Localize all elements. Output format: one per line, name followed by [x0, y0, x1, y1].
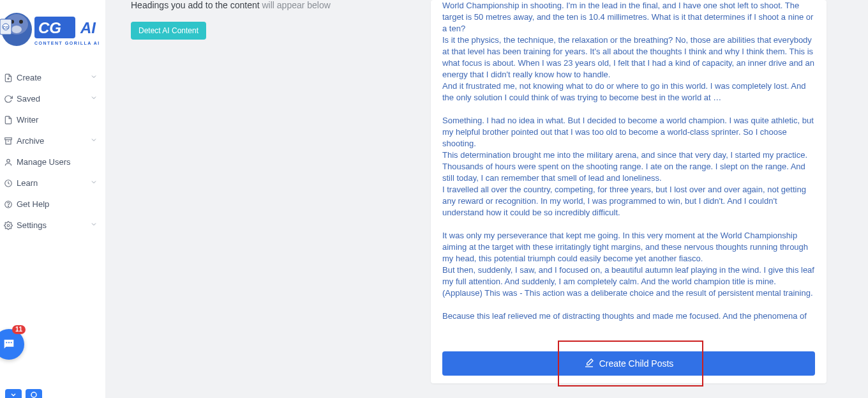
- nav-label: Settings: [17, 220, 90, 230]
- editor-paragraph[interactable]: Something. I had no idea in what. But I …: [442, 115, 815, 149]
- nav-label: Create: [17, 73, 90, 82]
- bottom-action-2[interactable]: [26, 389, 42, 398]
- nav-label: Writer: [17, 115, 98, 125]
- nav-settings[interactable]: Settings: [0, 215, 105, 236]
- svg-text:CG: CG: [3, 26, 9, 29]
- left-panel: Headings you add to the content will app…: [131, 0, 437, 40]
- create-button-row: Create Child Posts: [442, 351, 815, 376]
- svg-point-3: [19, 20, 23, 24]
- chevron-down-icon: [90, 136, 98, 146]
- chevron-down-icon: [90, 220, 98, 230]
- chevron-down-icon: [90, 178, 98, 188]
- editor-scroll[interactable]: World Championship in shooting. I'm in t…: [431, 0, 827, 339]
- editor-paragraph[interactable]: But then, suddenly, I saw, and I focused…: [442, 264, 815, 299]
- nav-writer[interactable]: Writer: [0, 109, 105, 130]
- nav-label: Saved: [17, 94, 90, 103]
- nav-create[interactable]: Create: [0, 67, 105, 88]
- gorilla-logo: CG CG AI CONTENT GORILLA AI: [0, 5, 100, 55]
- archive-icon: [4, 137, 13, 146]
- svg-point-13: [7, 159, 10, 162]
- user-icon: [4, 158, 13, 167]
- chevron-down-icon: [90, 94, 98, 103]
- bottom-action-bar: [5, 389, 42, 398]
- nav: Create Saved Writer Archive: [0, 54, 105, 236]
- brand-logo: CG CG AI CONTENT GORILLA AI: [0, 0, 105, 54]
- svg-rect-19: [8, 342, 10, 343]
- nav-label: Archive: [17, 136, 90, 146]
- svg-rect-18: [6, 342, 7, 343]
- nav-archive[interactable]: Archive: [0, 130, 105, 151]
- svg-point-17: [7, 224, 10, 227]
- bottom-action-1[interactable]: [5, 389, 22, 398]
- chevron-down-icon: [90, 73, 98, 82]
- svg-text:CONTENT GORILLA AI: CONTENT GORILLA AI: [34, 41, 100, 45]
- svg-point-16: [8, 206, 9, 206]
- file-plus-icon: [4, 73, 13, 82]
- nav-manage-users[interactable]: Manage Users: [0, 151, 105, 172]
- svg-rect-20: [11, 342, 12, 343]
- svg-point-4: [11, 26, 22, 33]
- nav-label: Get Help: [17, 199, 98, 209]
- editor-paragraph[interactable]: I travelled all over the country, compet…: [442, 184, 815, 218]
- chat-badge: 11: [12, 325, 26, 334]
- clock-icon: [4, 179, 13, 188]
- editor-card: World Championship in shooting. I'm in t…: [431, 0, 827, 383]
- svg-rect-12: [5, 137, 12, 139]
- create-child-posts-button[interactable]: Create Child Posts: [442, 351, 815, 376]
- editor-paragraph[interactable]: It was only my perseverance that kept me…: [442, 230, 815, 264]
- main-area: Headings you add to the content will app…: [105, 0, 868, 398]
- nav-get-help[interactable]: Get Help: [0, 194, 105, 215]
- nav-saved[interactable]: Saved: [0, 88, 105, 109]
- help-icon: [4, 200, 13, 209]
- editor-paragraph[interactable]: Is it the physics, the technique, the re…: [442, 34, 815, 80]
- svg-point-21: [31, 392, 36, 397]
- create-button-label: Create Child Posts: [599, 358, 674, 369]
- detect-ai-content-button[interactable]: Detect AI Content: [131, 22, 206, 40]
- nav-learn[interactable]: Learn: [0, 172, 105, 194]
- editor-paragraph[interactable]: This determination brought me into the m…: [442, 149, 815, 184]
- editor-paragraph[interactable]: And it frustrated me, not knowing what t…: [442, 80, 815, 103]
- editor-paragraph[interactable]: World Championship in shooting. I'm in t…: [442, 0, 815, 34]
- headings-note: Headings you add to the content will app…: [131, 0, 437, 10]
- nav-label: Manage Users: [17, 157, 98, 167]
- svg-text:CG: CG: [38, 19, 61, 36]
- editor-paragraph[interactable]: Because this leaf relieved me of distrac…: [442, 310, 815, 322]
- editor-text[interactable]: World Championship in shooting. I'm in t…: [442, 0, 815, 339]
- doc-icon: [4, 116, 13, 125]
- nav-label: Learn: [17, 178, 90, 188]
- gear-icon: [4, 221, 13, 230]
- svg-text:AI: AI: [80, 19, 96, 36]
- edit-icon: [584, 358, 594, 370]
- refresh-icon: [4, 95, 13, 103]
